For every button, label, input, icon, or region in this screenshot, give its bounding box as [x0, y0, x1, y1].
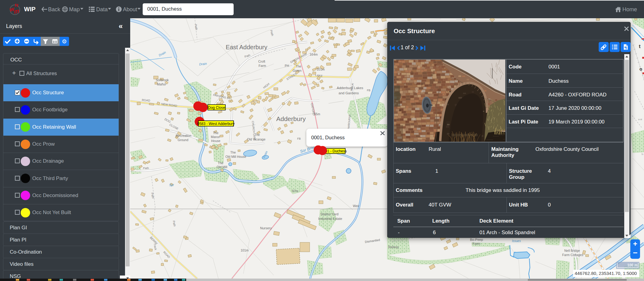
svg-text:⚙: ⚙: [62, 38, 67, 45]
svg-text:o: o: [639, 66, 642, 71]
svg-text:Drain: Drain: [199, 62, 207, 66]
svg-text:Recreation: Recreation: [176, 134, 191, 137]
svg-text:Green: Green: [293, 69, 301, 72]
svg-text:Spr: Spr: [169, 183, 174, 187]
svg-text:and Gardens: and Gardens: [339, 91, 359, 95]
svg-text:Railway: Railway: [388, 245, 399, 249]
svg-text:Old Mill House: Old Mill House: [225, 155, 246, 158]
svg-text:Bo-Peep: Bo-Peep: [470, 238, 483, 241]
svg-text:Issues: Issues: [512, 239, 521, 243]
svg-text:Mañor: Mañor: [157, 82, 166, 86]
svg-text:Tr: Tr: [641, 153, 644, 156]
svg-text:Dog Close: Dog Close: [208, 106, 225, 110]
svg-text:Nell Bridge: Nell Bridge: [564, 249, 580, 252]
svg-text:Farm: Farm: [259, 64, 266, 68]
svg-text:FB: FB: [367, 89, 371, 92]
svg-text:0001, Duchess: 0001, Duchess: [311, 135, 345, 140]
svg-text:Old Mill: Old Mill: [217, 165, 227, 169]
svg-text:Manor: Manor: [211, 135, 220, 139]
svg-text:Sorbrook: Sorbrook: [156, 78, 169, 82]
svg-text:t: t: [639, 43, 641, 49]
svg-text:164m: 164m: [310, 53, 318, 56]
svg-text:East Adderbury: East Adderbury: [226, 44, 267, 50]
svg-text:Farm Cottages: Farm Cottages: [562, 253, 583, 257]
svg-text:a sl: a sl: [638, 118, 642, 121]
svg-text:Croft: Croft: [258, 60, 265, 63]
svg-text:ROAD: ROAD: [142, 98, 150, 102]
svg-text:101m: 101m: [241, 248, 249, 252]
svg-text:01 - Duchess: 01 - Duchess: [325, 149, 347, 153]
svg-text:Path: Path: [143, 166, 149, 170]
svg-text:The: The: [296, 64, 301, 68]
svg-text:0583 - West Adderbury: 0583 - West Adderbury: [197, 122, 235, 126]
svg-text:Weir: Weir: [353, 204, 360, 208]
svg-text:Ground: Ground: [178, 138, 188, 142]
svg-text:97m: 97m: [292, 189, 298, 193]
svg-text:Nursery: Nursery: [260, 226, 272, 230]
svg-text:Adderbury: Adderbury: [276, 115, 306, 122]
svg-text:Station Yard: Station Yard: [320, 212, 339, 216]
svg-text:101m: 101m: [317, 68, 325, 71]
svg-text:m: m: [13, 7, 20, 15]
svg-text:Farm: Farm: [472, 242, 480, 245]
svg-text:The: The: [213, 131, 218, 135]
svg-text:FB: FB: [297, 137, 301, 140]
svg-text:The: The: [230, 151, 236, 154]
svg-text:House: House: [211, 139, 221, 143]
svg-text:The: The: [218, 161, 223, 165]
svg-text:Industrial Estate: Industrial Estate: [318, 217, 342, 220]
svg-text:PH: PH: [285, 64, 289, 68]
